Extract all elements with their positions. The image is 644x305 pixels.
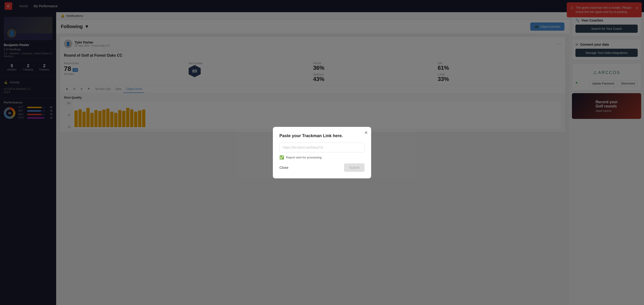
trackman-link-input[interactable]	[280, 142, 364, 152]
modal-close-button[interactable]: Close	[280, 166, 288, 170]
modal-close-x-button[interactable]: ✕	[364, 130, 368, 135]
modal-footer: Close Submit	[280, 164, 364, 172]
modal-title: Paste your Trackman Link here.	[280, 134, 364, 138]
trackman-modal: Paste your Trackman Link here. ✕ ✅ Repor…	[273, 127, 371, 178]
modal-submit-button[interactable]: Submit	[344, 164, 364, 172]
modal-overlay: Paste your Trackman Link here. ✕ ✅ Repor…	[0, 0, 644, 305]
modal-success-message: ✅ Report sent for processing	[280, 155, 364, 160]
success-text: Report sent for processing	[286, 156, 322, 159]
success-check-icon: ✅	[280, 155, 284, 160]
